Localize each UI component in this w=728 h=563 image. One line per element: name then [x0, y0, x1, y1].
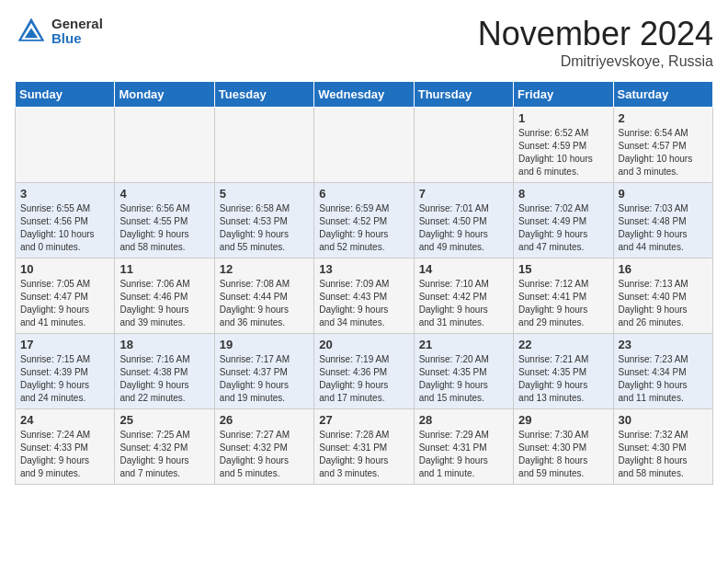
- week-row-2: 3Sunrise: 6:55 AM Sunset: 4:56 PM Daylig…: [16, 183, 713, 259]
- day-number: 20: [319, 338, 408, 351]
- day-info: Sunrise: 7:27 AM Sunset: 4:32 PM Dayligh…: [220, 429, 309, 480]
- header-friday: Friday: [514, 82, 613, 108]
- day-cell: 25Sunrise: 7:25 AM Sunset: 4:32 PM Dayli…: [115, 409, 214, 485]
- week-row-4: 17Sunrise: 7:15 AM Sunset: 4:39 PM Dayli…: [16, 334, 713, 409]
- day-number: 10: [20, 262, 109, 276]
- day-cell: 4Sunrise: 6:56 AM Sunset: 4:55 PM Daylig…: [115, 183, 214, 259]
- day-number: 29: [518, 413, 608, 427]
- day-info: Sunrise: 7:23 AM Sunset: 4:34 PM Dayligh…: [619, 353, 708, 405]
- day-number: 30: [619, 413, 708, 427]
- day-info: Sunrise: 7:17 AM Sunset: 4:37 PM Dayligh…: [220, 353, 309, 405]
- day-info: Sunrise: 7:06 AM Sunset: 4:46 PM Dayligh…: [119, 278, 209, 329]
- day-number: 11: [119, 262, 209, 276]
- day-number: 21: [419, 338, 508, 351]
- day-info: Sunrise: 7:15 AM Sunset: 4:39 PM Dayligh…: [20, 353, 109, 405]
- day-cell: 30Sunrise: 7:32 AM Sunset: 4:30 PM Dayli…: [613, 409, 712, 485]
- day-number: 3: [20, 187, 109, 201]
- day-info: Sunrise: 7:20 AM Sunset: 4:35 PM Dayligh…: [419, 353, 508, 405]
- day-info: Sunrise: 7:05 AM Sunset: 4:47 PM Dayligh…: [20, 278, 109, 329]
- day-cell: 28Sunrise: 7:29 AM Sunset: 4:31 PM Dayli…: [414, 409, 513, 485]
- day-info: Sunrise: 7:01 AM Sunset: 4:50 PM Dayligh…: [419, 202, 508, 254]
- day-cell: 18Sunrise: 7:16 AM Sunset: 4:38 PM Dayli…: [115, 334, 214, 409]
- day-info: Sunrise: 7:29 AM Sunset: 4:31 PM Dayligh…: [419, 429, 508, 480]
- day-number: 6: [319, 187, 408, 201]
- day-cell: 7Sunrise: 7:01 AM Sunset: 4:50 PM Daylig…: [414, 183, 513, 259]
- logo-blue: Blue: [51, 31, 103, 47]
- day-cell: [414, 108, 513, 183]
- header-monday: Monday: [115, 82, 214, 108]
- day-info: Sunrise: 7:24 AM Sunset: 4:33 PM Dayligh…: [20, 429, 109, 480]
- day-number: 18: [119, 338, 209, 351]
- day-cell: 12Sunrise: 7:08 AM Sunset: 4:44 PM Dayli…: [214, 259, 313, 334]
- day-cell: 3Sunrise: 6:55 AM Sunset: 4:56 PM Daylig…: [16, 183, 115, 259]
- day-number: 2: [619, 111, 708, 125]
- day-info: Sunrise: 6:56 AM Sunset: 4:55 PM Dayligh…: [119, 202, 209, 254]
- day-info: Sunrise: 6:52 AM Sunset: 4:59 PM Dayligh…: [518, 127, 608, 178]
- day-number: 7: [419, 187, 508, 201]
- header-thursday: Thursday: [414, 82, 513, 108]
- day-cell: 20Sunrise: 7:19 AM Sunset: 4:36 PM Dayli…: [314, 334, 414, 409]
- header-saturday: Saturday: [613, 82, 712, 108]
- day-cell: 26Sunrise: 7:27 AM Sunset: 4:32 PM Dayli…: [214, 409, 313, 485]
- logo-icon: [15, 15, 48, 48]
- header-row: SundayMondayTuesdayWednesdayThursdayFrid…: [16, 82, 713, 108]
- day-info: Sunrise: 7:32 AM Sunset: 4:30 PM Dayligh…: [619, 429, 708, 480]
- day-info: Sunrise: 7:03 AM Sunset: 4:48 PM Dayligh…: [619, 202, 708, 254]
- logo-text: General Blue: [51, 17, 103, 47]
- day-info: Sunrise: 7:19 AM Sunset: 4:36 PM Dayligh…: [319, 353, 408, 405]
- day-cell: 5Sunrise: 6:58 AM Sunset: 4:53 PM Daylig…: [214, 183, 313, 259]
- day-info: Sunrise: 7:10 AM Sunset: 4:42 PM Dayligh…: [419, 278, 508, 329]
- day-number: 19: [220, 338, 309, 351]
- day-cell: 19Sunrise: 7:17 AM Sunset: 4:37 PM Dayli…: [214, 334, 313, 409]
- location-title: Dmitriyevskoye, Russia: [478, 53, 713, 70]
- day-cell: 22Sunrise: 7:21 AM Sunset: 4:35 PM Dayli…: [514, 334, 613, 409]
- day-number: 23: [619, 338, 708, 351]
- week-row-3: 10Sunrise: 7:05 AM Sunset: 4:47 PM Dayli…: [16, 259, 713, 334]
- page-header: General Blue November 2024 Dmitriyevskoy…: [15, 15, 713, 70]
- day-cell: 15Sunrise: 7:12 AM Sunset: 4:41 PM Dayli…: [514, 259, 613, 334]
- day-info: Sunrise: 6:55 AM Sunset: 4:56 PM Dayligh…: [20, 202, 109, 254]
- day-info: Sunrise: 6:54 AM Sunset: 4:57 PM Dayligh…: [619, 127, 708, 178]
- day-info: Sunrise: 7:02 AM Sunset: 4:49 PM Dayligh…: [518, 202, 608, 254]
- day-cell: [115, 108, 214, 183]
- day-info: Sunrise: 7:12 AM Sunset: 4:41 PM Dayligh…: [518, 278, 608, 329]
- day-cell: 24Sunrise: 7:24 AM Sunset: 4:33 PM Dayli…: [16, 409, 115, 485]
- day-cell: 10Sunrise: 7:05 AM Sunset: 4:47 PM Dayli…: [16, 259, 115, 334]
- day-cell: 14Sunrise: 7:10 AM Sunset: 4:42 PM Dayli…: [414, 259, 513, 334]
- day-number: 28: [419, 413, 508, 427]
- day-number: 9: [619, 187, 708, 201]
- day-cell: 17Sunrise: 7:15 AM Sunset: 4:39 PM Dayli…: [16, 334, 115, 409]
- day-number: 15: [518, 262, 608, 276]
- month-title: November 2024: [478, 15, 713, 53]
- day-cell: 16Sunrise: 7:13 AM Sunset: 4:40 PM Dayli…: [613, 259, 712, 334]
- day-info: Sunrise: 7:30 AM Sunset: 4:30 PM Dayligh…: [518, 429, 608, 480]
- day-cell: 27Sunrise: 7:28 AM Sunset: 4:31 PM Dayli…: [314, 409, 414, 485]
- day-number: 12: [220, 262, 309, 276]
- day-info: Sunrise: 6:59 AM Sunset: 4:52 PM Dayligh…: [319, 202, 408, 254]
- day-number: 22: [518, 338, 608, 351]
- day-number: 27: [319, 413, 408, 427]
- day-cell: 21Sunrise: 7:20 AM Sunset: 4:35 PM Dayli…: [414, 334, 513, 409]
- day-number: 1: [518, 111, 608, 125]
- day-info: Sunrise: 7:16 AM Sunset: 4:38 PM Dayligh…: [119, 353, 209, 405]
- calendar-table: SundayMondayTuesdayWednesdayThursdayFrid…: [15, 81, 713, 485]
- week-row-5: 24Sunrise: 7:24 AM Sunset: 4:33 PM Dayli…: [16, 409, 713, 485]
- day-cell: 2Sunrise: 6:54 AM Sunset: 4:57 PM Daylig…: [613, 108, 712, 183]
- day-cell: 6Sunrise: 6:59 AM Sunset: 4:52 PM Daylig…: [314, 183, 414, 259]
- header-sunday: Sunday: [16, 82, 115, 108]
- day-cell: 29Sunrise: 7:30 AM Sunset: 4:30 PM Dayli…: [514, 409, 613, 485]
- day-cell: [314, 108, 414, 183]
- day-cell: [16, 108, 115, 183]
- day-info: Sunrise: 7:13 AM Sunset: 4:40 PM Dayligh…: [619, 278, 708, 329]
- day-number: 16: [619, 262, 708, 276]
- day-number: 13: [319, 262, 408, 276]
- header-tuesday: Tuesday: [214, 82, 313, 108]
- day-number: 26: [220, 413, 309, 427]
- day-cell: 13Sunrise: 7:09 AM Sunset: 4:43 PM Dayli…: [314, 259, 414, 334]
- logo: General Blue: [15, 15, 103, 48]
- day-number: 24: [20, 413, 109, 427]
- day-cell: [214, 108, 313, 183]
- day-number: 25: [119, 413, 209, 427]
- day-number: 4: [119, 187, 209, 201]
- day-number: 17: [20, 338, 109, 351]
